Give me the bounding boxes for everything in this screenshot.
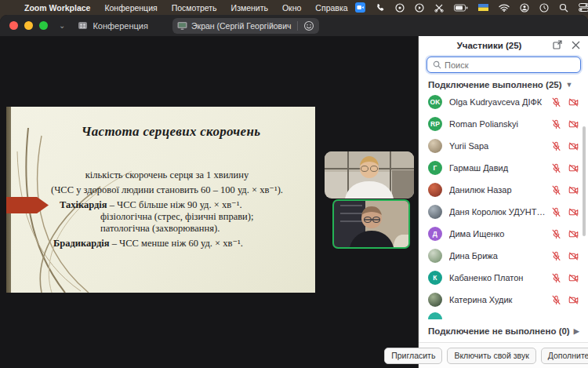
control-center-icon[interactable] xyxy=(579,3,588,12)
participant-name: Гармаш Давид xyxy=(449,163,546,173)
video-off-icon[interactable] xyxy=(568,229,579,239)
badge-icon[interactable] xyxy=(395,3,405,13)
menu-3[interactable]: Посмотреть xyxy=(165,3,224,13)
battery-icon xyxy=(454,4,468,12)
invite-button[interactable]: Пригласить xyxy=(384,348,442,364)
participants-search[interactable] xyxy=(426,56,581,73)
menu-6[interactable]: Справка xyxy=(308,3,354,13)
close-window-button[interactable] xyxy=(9,21,18,30)
mic-muted-icon[interactable] xyxy=(551,207,561,217)
participant-avatar: Г xyxy=(428,161,442,175)
mic-muted-icon[interactable] xyxy=(551,273,561,283)
unmute-button-label: Включить свой звук xyxy=(454,351,528,360)
slide-term-bradycardia: Брадикардія xyxy=(53,238,110,249)
menubar-menus: Zoom WorkplaceКонференцияПосмотретьИзмен… xyxy=(17,3,355,13)
video-off-icon[interactable] xyxy=(568,97,579,107)
scissors-icon[interactable] xyxy=(434,3,444,13)
video-off-icon[interactable] xyxy=(568,273,579,283)
participant-name: Roman Polianskyi xyxy=(449,119,546,129)
mic-muted-icon[interactable] xyxy=(551,295,561,305)
mic-muted-icon[interactable] xyxy=(551,229,561,239)
invite-button-label: Пригласить xyxy=(391,351,435,360)
menu-2[interactable]: Конференция xyxy=(97,3,164,13)
search-icon[interactable] xyxy=(559,3,568,13)
participant-row[interactable]: Данилюк Назар xyxy=(419,179,588,201)
participant-name: Yurii Sapa xyxy=(449,141,546,151)
mic-muted-icon[interactable] xyxy=(551,141,561,151)
chevron-down-icon[interactable]: ⌄ xyxy=(59,21,65,30)
participant-row[interactable]: Г Гармаш Давид xyxy=(419,157,588,179)
connected-section-header[interactable]: Подключение выполнено (25) ▼ xyxy=(428,80,572,89)
minimize-window-button[interactable] xyxy=(24,21,33,30)
window-controls xyxy=(9,21,48,30)
slide-line-2: (ЧСС у здорової людини становить 60 – 10… xyxy=(30,184,304,196)
participant-name: Катерина Худик xyxy=(449,295,546,304)
not-connected-section-header[interactable]: Подключение не выполнено (0) ▶ xyxy=(428,326,579,336)
tab-meeting[interactable]: Конференция xyxy=(78,20,147,31)
shared-screen-icon xyxy=(177,21,187,31)
menu-5[interactable]: Окно xyxy=(275,3,308,13)
slide-tachycardia-rest: – ЧСС більше ніж 90 уд. × хв⁻¹. xyxy=(107,199,242,210)
play-circle-icon[interactable] xyxy=(415,3,424,13)
participant-avatar: Д xyxy=(428,227,442,241)
search-input[interactable] xyxy=(445,60,580,70)
mic-muted-icon[interactable] xyxy=(551,185,561,195)
chevron-down-icon: ▼ xyxy=(566,81,573,89)
meeting-icon xyxy=(78,20,88,31)
menu-4[interactable]: Изменить xyxy=(224,3,275,13)
slide-bradycardia-line: Брадикардія – ЧСС менше ніж 60 уд. × хв⁻… xyxy=(53,237,243,250)
search-icon xyxy=(433,60,441,69)
chevron-right-icon: ▶ xyxy=(574,327,579,335)
shared-screen-area: Частота серцевих скорочень кількість ско… xyxy=(0,36,418,368)
mic-muted-icon[interactable] xyxy=(551,97,561,107)
video-off-icon[interactable] xyxy=(568,141,579,151)
participant-name: Olga Kudryavceva ДІФК xyxy=(449,97,546,107)
close-panel-icon[interactable] xyxy=(572,41,580,49)
participant-avatar xyxy=(428,139,442,153)
video-off-icon[interactable] xyxy=(568,185,579,195)
participant-avatar xyxy=(428,205,442,219)
participant-row[interactable]: Катерина Худик xyxy=(419,289,588,311)
mic-muted-icon[interactable] xyxy=(551,119,561,129)
slide-tachycardia-sub1: фізіологічна (стрес, фізичні вправи); xyxy=(100,211,253,223)
user-circle-icon[interactable] xyxy=(520,3,529,13)
mic-muted-icon[interactable] xyxy=(551,163,561,173)
unmute-button[interactable]: Включить свой звук xyxy=(447,348,535,364)
ukraine-flag-icon[interactable] xyxy=(478,4,488,11)
panel-scrollbar[interactable] xyxy=(583,126,586,236)
tab-shared-screen[interactable]: Экран (Сергій Георгійович xyxy=(172,18,319,34)
video-off-icon[interactable] xyxy=(568,295,579,305)
video-off-icon[interactable] xyxy=(568,251,579,261)
wifi-icon[interactable] xyxy=(499,4,510,12)
video-off-icon[interactable] xyxy=(568,119,579,129)
slide-tachycardia-sub2: патологічна (захворювання). xyxy=(100,223,220,235)
video-off-icon[interactable] xyxy=(568,163,579,173)
clock-icon[interactable] xyxy=(539,3,549,13)
participant-row[interactable]: RP Roman Polianskyi xyxy=(419,113,588,135)
mic-muted-icon[interactable] xyxy=(551,251,561,261)
participant-avatar: OK xyxy=(428,95,442,109)
menubar-status-icons: Чт 19 бер. 13:20 xyxy=(355,2,588,13)
participant-row[interactable]: OK Olga Kudryavceva ДІФК xyxy=(419,91,588,113)
more-button[interactable]: Дополнительно⌄ xyxy=(541,348,588,364)
video-off-icon[interactable] xyxy=(568,207,579,217)
participant-row[interactable]: Даня Королюк УДУНТ ННІ УДХТУ xyxy=(419,201,588,223)
zoom-app-icon[interactable] xyxy=(355,2,365,13)
participant-name: Дина Брижа xyxy=(449,251,546,261)
phone-icon[interactable] xyxy=(376,3,385,13)
participants-list: OK Olga Kudryavceva ДІФК RP Roman Polian… xyxy=(419,91,588,311)
participant-avatar xyxy=(428,249,442,263)
zoom-window-button[interactable] xyxy=(39,21,48,30)
popout-panel-icon[interactable] xyxy=(553,40,562,49)
menu-1[interactable]: Zoom Workplace xyxy=(17,3,97,13)
participant-row[interactable]: Yurii Sapa xyxy=(419,135,588,157)
video-thumbnail-active-speaker[interactable] xyxy=(332,199,410,249)
reactions-smiley-icon[interactable] xyxy=(303,20,314,31)
participants-panel: Участники (25) Подключение выполнено (25… xyxy=(418,36,588,368)
participant-row[interactable]: Дина Брижа xyxy=(419,245,588,267)
participants-panel-header: Участники (25) xyxy=(419,36,588,55)
participant-row[interactable]: К Кабаненко Платон xyxy=(419,267,588,289)
participant-row[interactable]: Д Дима Ищенко xyxy=(419,223,588,245)
video-thumbnail-participant[interactable] xyxy=(325,151,414,199)
zoom-window: ⌄ Конференция Экран (Сергій Георгійович xyxy=(0,15,588,368)
